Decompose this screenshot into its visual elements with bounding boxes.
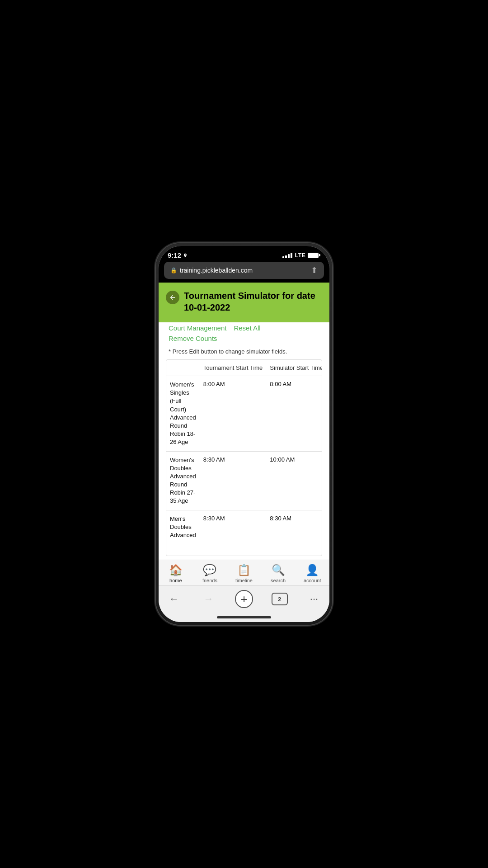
- col-tournament-start: Tournament Start Time: [200, 360, 267, 376]
- page-title: Tournament Simulator for date 10-01-2022: [184, 290, 322, 313]
- court-management-link[interactable]: Court Management: [169, 324, 226, 332]
- simulator-start-2: 8:30 AM: [266, 510, 322, 544]
- table-row: Women's Singles (Full Court) Advanced Ro…: [166, 376, 322, 452]
- tabs-count: 2: [278, 596, 281, 603]
- url-bar-container: 🔒 training.pickleballden.com ⬆: [159, 262, 329, 283]
- table-row: Women's Doubles Advanced Round Robin 27-…: [166, 451, 322, 510]
- bottom-nav: 🏠 home 💬 friends 📋 timeline 🔍 search 👤 a…: [159, 560, 329, 585]
- hint-text: * Press Edit button to change simulator …: [162, 346, 326, 359]
- nav-item-friends[interactable]: 💬 friends: [193, 564, 227, 583]
- new-tab-button[interactable]: +: [235, 590, 253, 608]
- simulator-start-0: 8:00 AM: [266, 376, 322, 452]
- tournament-start-0: 8:00 AM: [200, 376, 267, 452]
- home-indicator: [159, 614, 329, 622]
- reset-all-link[interactable]: Reset All: [234, 324, 260, 332]
- table-header-row: Tournament Start Time Simulator Start Ti…: [166, 360, 322, 376]
- url-bar[interactable]: 🔒 training.pickleballden.com ⬆: [164, 262, 324, 279]
- back-browser-button[interactable]: ←: [166, 593, 182, 605]
- nav-item-home[interactable]: 🏠 home: [159, 564, 193, 583]
- home-icon: 🏠: [169, 564, 183, 576]
- forward-browser-button[interactable]: →: [201, 593, 217, 605]
- main-content: Tournament Simulator for date 10-01-2022…: [159, 283, 329, 560]
- nav-item-search[interactable]: 🔍 search: [261, 564, 296, 583]
- lock-icon: 🔒: [170, 267, 177, 274]
- back-icon: [169, 294, 176, 301]
- col-simulator-start: Simulator Start Time: [266, 360, 322, 376]
- card-area: Court Management Reset All Remove Counts…: [162, 319, 326, 560]
- browser-bar: ← → + 2 ···: [159, 585, 329, 614]
- tabs-button[interactable]: 2: [272, 593, 288, 605]
- search-icon: 🔍: [272, 564, 285, 576]
- tournament-start-1: 8:30 AM: [200, 451, 267, 510]
- status-time: 9:12: [168, 251, 188, 259]
- event-name-1: Women's Doubles Advanced Round Robin 27-…: [166, 451, 200, 510]
- tournament-start-2: 8:30 AM: [200, 510, 267, 544]
- event-name-0: Women's Singles (Full Court) Advanced Ro…: [166, 376, 200, 452]
- event-name-2: Men's Doubles Advanced: [166, 510, 200, 544]
- nav-item-account[interactable]: 👤 account: [295, 564, 329, 583]
- status-right: LTE: [282, 252, 320, 259]
- page-header: Tournament Simulator for date 10-01-2022: [159, 283, 329, 322]
- url-text: training.pickleballden.com: [180, 267, 253, 274]
- back-button[interactable]: [166, 291, 179, 304]
- location-icon: [183, 253, 188, 258]
- table-row: Men's Doubles Advanced 8:30 AM 8:30 AM 4: [166, 510, 322, 544]
- tournament-table: Tournament Start Time Simulator Start Ti…: [166, 359, 322, 556]
- battery-icon: [308, 253, 320, 258]
- share-icon[interactable]: ⬆: [311, 265, 318, 275]
- simulator-start-1: 10:00 AM: [266, 451, 322, 510]
- account-icon: 👤: [305, 564, 319, 576]
- phone-screen: 9:12 LTE 🔒: [159, 246, 329, 622]
- home-label: home: [169, 578, 182, 583]
- more-options-button[interactable]: ···: [306, 593, 322, 605]
- timeline-label: timeline: [235, 578, 253, 583]
- remove-counts-container: Remove Counts: [162, 334, 326, 346]
- account-label: account: [304, 578, 321, 583]
- dynamic-island: [221, 247, 267, 259]
- friends-icon: 💬: [203, 564, 216, 576]
- signal-bars: [282, 253, 292, 258]
- nav-item-timeline[interactable]: 📋 timeline: [227, 564, 261, 583]
- col-event: [166, 360, 200, 376]
- phone-frame: 9:12 LTE 🔒: [156, 243, 332, 625]
- home-bar: [217, 616, 271, 618]
- lte-label: LTE: [295, 252, 305, 259]
- friends-label: friends: [202, 578, 217, 583]
- timeline-icon: 📋: [237, 564, 251, 576]
- remove-counts-link[interactable]: Remove Counts: [169, 335, 217, 342]
- search-label: search: [271, 578, 286, 583]
